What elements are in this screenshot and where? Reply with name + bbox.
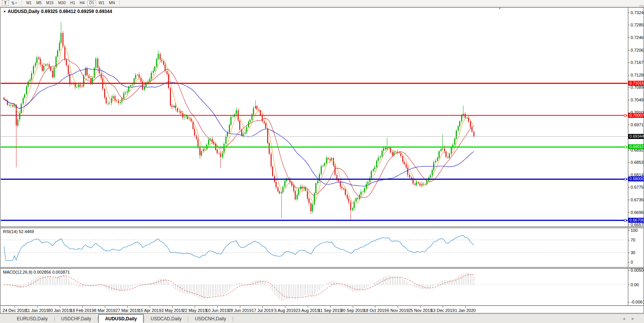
arrows-tool-icon: ⇅ — [11, 1, 15, 6]
rsi-axis-label: 70 — [631, 238, 635, 242]
price-tag: 0.70007 — [628, 113, 644, 118]
rsi-axis-label: 0 — [631, 260, 633, 264]
price-tag: 0.69344 — [628, 134, 644, 139]
price-axis-tick — [628, 212, 629, 213]
line-drag-handle[interactable] — [624, 114, 626, 117]
price-axis-label: 0.72460 — [631, 35, 644, 40]
macd-axis-label: 0.005076 — [631, 268, 644, 272]
candlestick-layer — [0, 8, 644, 227]
price-axis-tick — [628, 25, 629, 25]
cursor-tool-button[interactable]: ⇅ ▾ — [11, 1, 18, 6]
macd-axis-label: -0.006148 — [631, 300, 644, 304]
price-tag: 0.71016 — [628, 81, 644, 86]
timeframe-button-m15[interactable]: M15 — [44, 0, 55, 6]
date-tick — [308, 306, 308, 308]
macd-axis-line — [628, 269, 628, 305]
price-axis-tick — [628, 225, 629, 225]
macd-label: MACD(12,26,9) 0.002856 0.003871 — [3, 270, 70, 274]
chart-tab-audusd[interactable]: AUDUSD,Daily — [98, 314, 143, 323]
rsi-axis-label: 30 — [631, 250, 635, 255]
line-drag-handle[interactable] — [624, 146, 626, 148]
date-tick — [398, 306, 398, 308]
text-tool-button[interactable]: T — [2, 0, 9, 6]
date-tick — [262, 306, 263, 308]
price-axis-label: 0.71280 — [631, 73, 644, 77]
rsi-indicator-panel[interactable]: RSI(14) 52.4469 10070300 — [0, 228, 644, 268]
rsi-axis-tick — [628, 253, 629, 253]
price-axis-tick — [628, 13, 629, 13]
date-tick — [172, 306, 173, 308]
price-tag: 0.68000 — [628, 176, 644, 181]
date-tick — [420, 306, 421, 308]
chart-tab-usdchf[interactable]: USDCHF,Daily — [55, 315, 98, 323]
tab-scroll-left-button[interactable]: ◄ — [622, 316, 631, 321]
chart-shift-marker-icon[interactable]: ▼ — [498, 7, 501, 10]
date-tick — [150, 306, 150, 308]
price-axis-label: 0.72060 — [631, 48, 644, 52]
macd-axis-tick — [628, 285, 629, 285]
line-drag-handle[interactable] — [624, 219, 626, 222]
price-axis-label: 0.69710 — [631, 122, 644, 127]
rsi-label: RSI(14) 52.4469 — [3, 229, 34, 234]
ohlc-high: 0.69412 — [59, 9, 76, 14]
date-axis[interactable]: 24 Dec 201811 Jan 201930 Jan 201918 Feb … — [0, 306, 644, 313]
timeframe-button-m30[interactable]: M30 — [56, 0, 67, 6]
date-tick — [15, 306, 15, 308]
date-tick — [195, 306, 195, 308]
macd-indicator-panel[interactable]: MACD(12,26,9) 0.002856 0.003871 0.005076… — [0, 268, 644, 306]
price-tag: 0.66706 — [628, 218, 644, 223]
timeframe-button-mn[interactable]: MN — [107, 0, 117, 6]
date-tick — [443, 306, 443, 308]
price-tag: 0.69010 — [628, 144, 644, 149]
tab-scroll-right-button[interactable]: ► — [631, 316, 640, 321]
price-axis-label: 0.72850 — [631, 23, 644, 27]
date-tick — [82, 306, 83, 308]
macd-axis-tick — [628, 302, 629, 302]
timeframe-button-h1[interactable]: H1 — [68, 0, 77, 6]
dropdown-caret-icon[interactable]: ▾ — [15, 2, 17, 5]
price-axis-tick — [628, 150, 629, 150]
rsi-axis-tick — [628, 230, 629, 231]
ohlc-low: 0.69259 — [77, 9, 94, 14]
tab-separator — [233, 316, 233, 321]
price-axis-tick — [628, 200, 629, 200]
macd-axis-tick — [628, 270, 629, 271]
price-axis-label: 0.73240 — [631, 10, 644, 15]
price-axis-tick — [628, 50, 629, 51]
chart-symbol-header: ▼AUDUSD,Daily0.693250.694120.692590.6934… — [3, 9, 114, 14]
price-axis-tick — [628, 75, 629, 75]
ohlc-open: 0.69325 — [41, 9, 57, 14]
toolbar-separator — [21, 1, 22, 5]
date-tick — [217, 306, 218, 308]
rsi-axis-tick — [628, 262, 629, 263]
price-axis-tick — [628, 87, 629, 88]
top-toolbar: T ⇅ ▾ M1M5M15M30H1H4D1W1MN — [0, 0, 644, 7]
collapse-marker-icon[interactable]: ▼ — [3, 10, 6, 13]
tab-separator — [98, 316, 98, 321]
date-tick — [285, 306, 285, 308]
timeframe-button-m1[interactable]: M1 — [24, 0, 34, 6]
chart-tab-usdcad[interactable]: USDCAD,Daily — [145, 315, 188, 323]
date-tick — [330, 306, 331, 308]
timeframe-button-m5[interactable]: M5 — [34, 0, 44, 6]
timeframe-button-w1[interactable]: W1 — [97, 0, 106, 6]
date-tick — [60, 306, 60, 308]
price-axis-label: 0.70890 — [631, 85, 644, 90]
date-tick — [465, 306, 466, 308]
price-axis-tick — [628, 187, 629, 188]
chart-tab-bar: EURUSD,DailyUSDCHF,DailyAUDUSD,DailyUSDC… — [0, 314, 644, 323]
timeframe-button-h4[interactable]: H4 — [78, 0, 86, 6]
rsi-line-layer — [0, 228, 644, 267]
price-axis-tick — [628, 162, 629, 163]
date-tick — [37, 306, 37, 308]
price-axis-label: 0.70490 — [631, 98, 644, 102]
timeframe-button-d1[interactable]: D1 — [87, 0, 96, 6]
line-drag-handle[interactable] — [624, 178, 626, 180]
chart-tab-usdcnh[interactable]: USDCNH,Daily — [189, 315, 232, 323]
chart-tab-eurusd[interactable]: EURUSD,Daily — [11, 315, 54, 323]
price-axis-label: 0.67750 — [631, 185, 644, 189]
price-chart-panel[interactable]: ▼AUDUSD,Daily0.693250.694120.692590.6934… — [0, 7, 644, 227]
price-axis-label: 0.66960 — [631, 210, 644, 215]
tab-separator — [54, 316, 55, 321]
price-axis-label: 0.68530 — [631, 160, 644, 165]
